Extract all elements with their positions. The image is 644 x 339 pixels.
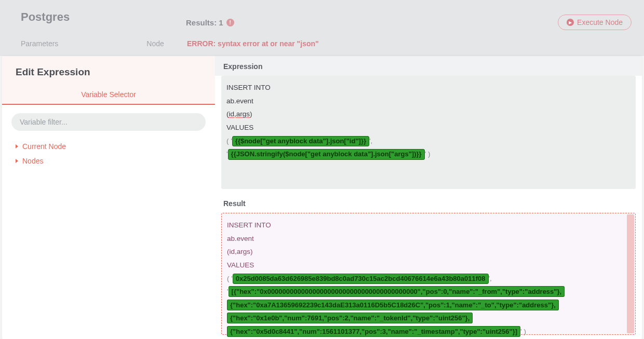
expr-line: (id,args) xyxy=(226,107,630,121)
result-title: Result xyxy=(215,189,642,213)
left-pane: Edit Expression Variable Selector Curren… xyxy=(2,56,215,339)
result-token: 0x25d0085da63d626985e839bd8c0ad730c15ac2… xyxy=(233,274,489,284)
modal-title: Edit Expression xyxy=(2,56,215,86)
variable-selector-tab[interactable]: Variable Selector xyxy=(2,86,215,105)
result-line: ( '0x25d0085da63d626985e839bd8c0ad730c15… xyxy=(227,272,630,286)
result-scrollbar[interactable] xyxy=(627,214,634,333)
edit-expression-modal: Edit Expression Variable Selector Curren… xyxy=(2,56,642,339)
chevron-right-icon xyxy=(16,144,18,148)
result-line: (id,args) xyxy=(227,245,630,259)
play-icon: ▶ xyxy=(567,19,574,26)
tree-nodes[interactable]: Nodes xyxy=(16,154,202,168)
expression-editor[interactable]: INSERT INTO ab.event (id,args) VALUES ( … xyxy=(221,76,636,189)
result-line: INSERT INTO xyxy=(227,219,630,232)
results-count: Results: 1 ! xyxy=(186,18,234,27)
right-pane: Expression INSERT INTO ab.event (id,args… xyxy=(215,56,642,339)
expr-line: ( '{{$node["get anyblock data"].json["id… xyxy=(226,134,630,148)
result-line: ab.event xyxy=(227,232,630,246)
result-line: '[{"hex":"0x0000000000000000000000000000… xyxy=(227,285,630,338)
info-icon[interactable]: ! xyxy=(226,19,234,26)
result-token: [{"hex":"0x00000000000000000000000000000… xyxy=(227,286,565,337)
tree-current-node[interactable]: Current Node xyxy=(16,139,202,154)
expression-token[interactable]: {{$node["get anyblock data"].json["id"]}… xyxy=(232,136,369,147)
tab-node[interactable]: Node xyxy=(146,39,164,48)
expr-line: INSERT INTO xyxy=(226,81,630,94)
expr-line: '{{JSON.stringify($node["get anyblock da… xyxy=(226,147,630,161)
result-line: VALUES xyxy=(227,259,630,272)
expr-line: ab.event xyxy=(226,94,630,108)
node-title: Postgres xyxy=(21,10,164,24)
expression-token[interactable]: {{JSON.stringify($node["get anyblock dat… xyxy=(228,149,425,160)
background-dimmed: Postgres Parameters Node Results: 1 ! ▶ … xyxy=(0,0,644,56)
expression-title: Expression xyxy=(215,56,642,76)
tab-parameters[interactable]: Parameters xyxy=(21,39,58,48)
result-box[interactable]: INSERT INTO ab.event (id,args) VALUES ( … xyxy=(221,213,636,335)
execute-node-button[interactable]: ▶ Execute Node xyxy=(558,15,632,30)
variable-filter-input[interactable] xyxy=(11,113,206,131)
expr-line: VALUES xyxy=(226,121,630,134)
error-message: ERROR: syntax error at or near "json" xyxy=(187,39,319,48)
chevron-right-icon xyxy=(16,159,18,163)
